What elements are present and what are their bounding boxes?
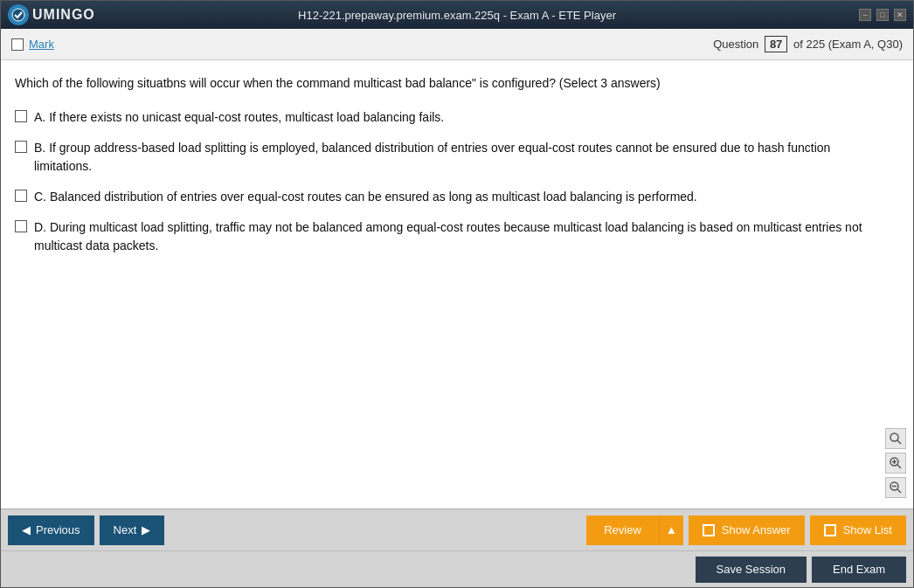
show-answer-label: Show Answer [722, 523, 791, 536]
review-btn-group: Review ▲ [586, 515, 683, 545]
window-title: H12-221.prepaway.premium.exam.225q - Exa… [298, 9, 616, 22]
answer-option-a: A. If there exists no unicast equal-cost… [15, 108, 864, 127]
answer-checkbox-a[interactable] [15, 110, 27, 122]
mark-checkbox[interactable] [11, 38, 24, 51]
show-list-button[interactable]: Show List [810, 515, 906, 545]
next-button[interactable]: Next ▶ [100, 515, 165, 545]
save-session-button[interactable]: Save Session [696, 557, 807, 583]
previous-label: Previous [36, 523, 80, 536]
show-answer-button[interactable]: Show Answer [689, 515, 805, 545]
answer-letter-b: B. [34, 141, 49, 155]
mark-area: Mark [11, 38, 54, 51]
svg-point-0 [12, 9, 24, 21]
maximize-button[interactable]: □ [876, 9, 889, 21]
question-number: 87 [765, 36, 787, 52]
answer-letter-a: A. [34, 110, 49, 124]
answer-checkbox-d[interactable] [15, 220, 27, 232]
previous-button[interactable]: ◀ Previous [8, 515, 94, 545]
svg-line-8 [897, 489, 901, 493]
action-bar: Save Session End Exam [1, 550, 913, 587]
review-button[interactable]: Review [586, 515, 659, 545]
zoom-out-button[interactable] [885, 477, 906, 498]
title-bar: UMINGO H12-221.prepaway.premium.exam.225… [1, 1, 913, 29]
show-list-label: Show List [843, 523, 892, 536]
nav-bar: ◀ Previous Next ▶ Review ▲ Show Answer S… [1, 508, 913, 550]
main-window: UMINGO H12-221.prepaway.premium.exam.225… [0, 0, 914, 588]
show-list-checkbox-icon [824, 524, 836, 536]
window-controls: – □ ✕ [859, 9, 906, 21]
review-dropdown-icon: ▲ [666, 523, 677, 536]
review-label: Review [604, 523, 641, 536]
question-text: Which of the following situatbns will oc… [15, 74, 864, 93]
mark-label[interactable]: Mark [29, 38, 54, 51]
question-panel: Which of the following situatbns will oc… [1, 60, 878, 508]
previous-chevron-icon: ◀ [22, 523, 31, 536]
end-exam-label: End Exam [833, 563, 885, 576]
content-area: Which of the following situatbns will oc… [1, 60, 913, 508]
save-session-label: Save Session [717, 563, 786, 576]
answer-checkbox-c[interactable] [15, 190, 27, 202]
question-of: of 225 (Exam A, Q30) [793, 38, 903, 51]
search-button[interactable] [885, 428, 906, 449]
answer-letter-c: C. [34, 190, 50, 204]
show-answer-checkbox-icon [703, 524, 715, 536]
answer-label-c: C. Balanced distribution of entries over… [34, 188, 697, 206]
toolbar: Mark Question 87 of 225 (Exam A, Q30) [1, 29, 913, 60]
svg-point-1 [890, 433, 898, 441]
logo-text: UMINGO [32, 7, 95, 23]
answer-option-c: C. Balanced distribution of entries over… [15, 188, 864, 206]
svg-line-4 [897, 465, 901, 468]
answer-label-d: D. During multicast load splitting, traf… [34, 218, 864, 255]
answer-option-d: D. During multicast load splitting, traf… [15, 218, 864, 255]
minimize-button[interactable]: – [859, 9, 871, 21]
question-label: Question [713, 38, 758, 51]
end-exam-button[interactable]: End Exam [812, 557, 906, 583]
question-info: Question 87 of 225 (Exam A, Q30) [713, 36, 903, 52]
close-button[interactable]: ✕ [894, 9, 906, 21]
svg-line-2 [897, 440, 901, 444]
logo-icon [8, 4, 29, 25]
answer-label-b: B. If group address-based load splitting… [34, 139, 864, 176]
review-dropdown-button[interactable]: ▲ [659, 515, 683, 545]
zoom-in-button[interactable] [885, 453, 906, 474]
next-chevron-icon: ▶ [142, 523, 150, 536]
answer-label-a: A. If there exists no unicast equal-cost… [34, 108, 444, 127]
title-bar-left: UMINGO [8, 4, 95, 25]
zoom-panel [878, 60, 913, 508]
logo: UMINGO [8, 4, 95, 25]
answer-letter-d: D. [34, 220, 50, 234]
answer-option-b: B. If group address-based load splitting… [15, 139, 864, 176]
next-label: Next [114, 523, 137, 536]
answer-checkbox-b[interactable] [15, 141, 27, 153]
